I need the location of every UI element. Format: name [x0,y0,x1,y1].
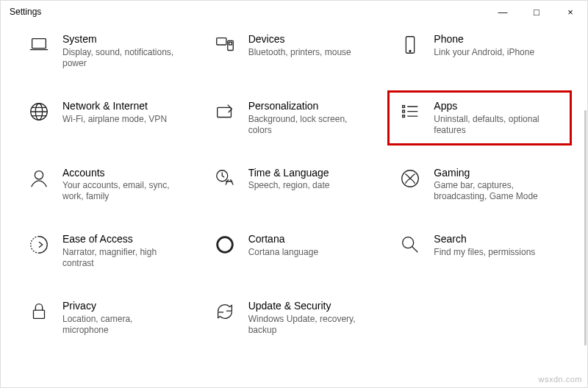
tile-cortana[interactable]: Cortana Cortana language [209,230,380,272]
tile-desc: Windows Update, recovery, backup [248,314,366,336]
minimize-button[interactable]: — [486,1,520,23]
paint-icon [213,100,237,123]
tile-desc: Narrator, magnifier, high contrast [62,247,180,269]
tile-desc: Find my files, permissions [434,247,535,258]
tile-title: Cortana [248,233,318,245]
svg-rect-11 [403,115,405,117]
tile-devices[interactable]: Devices Bluetooth, printers, mouse [209,30,380,72]
tile-title: Phone [434,33,534,46]
tile-accounts[interactable]: Accounts Your accounts, email, sync, wor… [23,164,194,206]
ease-of-access-icon [27,233,51,256]
tile-desc: Link your Android, iPhone [434,47,534,58]
tile-title: Network & Internet [62,100,167,112]
svg-rect-3 [229,42,232,45]
tile-title: Gaming [434,167,551,179]
tile-desc: Bluetooth, printers, mouse [248,47,351,58]
svg-rect-0 [32,39,46,48]
tile-title: Ease of Access [62,233,180,245]
tile-desc: Background, lock screen, colors [248,114,366,136]
search-icon [398,233,422,256]
svg-point-12 [35,170,43,179]
tile-title: Personalization [248,100,366,112]
settings-grid: System Display, sound, notifications, po… [1,23,587,353]
tile-title: Time & Language [248,167,330,179]
watermark: wsxdn.com [538,375,582,384]
tile-title: System [62,33,180,46]
svg-point-5 [409,51,411,52]
tile-title: Accounts [62,167,180,179]
svg-rect-8 [217,107,231,117]
apps-list-icon [398,100,422,123]
svg-rect-1 [216,38,226,45]
tile-title: Devices [248,33,351,46]
tile-desc: Uninstall, defaults, optional features [434,114,551,136]
update-icon [213,300,237,323]
close-button[interactable]: × [553,1,587,23]
tile-desc: Wi-Fi, airplane mode, VPN [62,114,167,125]
window-title: Settings [10,7,41,17]
svg-point-15 [217,237,232,253]
tile-title: Apps [434,100,551,112]
tile-desc: Location, camera, microphone [62,314,180,336]
xbox-icon [398,167,422,190]
tile-system[interactable]: System Display, sound, notifications, po… [23,30,194,72]
devices-icon [213,33,237,57]
time-language-icon [213,167,237,190]
lock-icon [27,300,51,323]
svg-rect-10 [403,110,405,112]
tile-phone[interactable]: Phone Link your Android, iPhone [394,30,565,72]
maximize-button[interactable]: □ [520,1,553,23]
tile-title: Update & Security [248,300,366,312]
tile-desc: Cortana language [248,247,318,258]
tile-time-language[interactable]: Time & Language Speech, region, date [209,164,380,206]
tile-desc: Speech, region, date [248,180,330,191]
tile-desc: Your accounts, email, sync, work, family [62,180,180,202]
tile-desc: Display, sound, notifications, power [62,47,180,69]
tile-network[interactable]: Network & Internet Wi-Fi, airplane mode,… [23,97,194,139]
tile-apps[interactable]: Apps Uninstall, defaults, optional featu… [394,97,565,139]
svg-rect-9 [403,105,405,107]
tile-gaming[interactable]: Gaming Game bar, captures, broadcasting,… [394,164,565,206]
scrollbar[interactable] [584,110,587,345]
tile-desc: Game bar, captures, broadcasting, Game M… [434,180,551,202]
person-icon [27,167,51,190]
globe-icon [27,100,51,123]
tile-personalization[interactable]: Personalization Background, lock screen,… [209,97,380,139]
tile-search[interactable]: Search Find my files, permissions [394,230,565,272]
tile-title: Privacy [62,300,180,312]
laptop-icon [27,33,51,57]
svg-rect-17 [34,310,45,318]
tile-privacy[interactable]: Privacy Location, camera, microphone [23,297,194,339]
svg-point-16 [403,237,414,248]
tile-update-security[interactable]: Update & Security Windows Update, recove… [209,297,380,339]
cortana-icon [213,233,237,256]
tile-title: Search [434,233,535,245]
titlebar: Settings — □ × [1,1,587,23]
tile-ease-of-access[interactable]: Ease of Access Narrator, magnifier, high… [23,230,194,272]
phone-icon [398,33,422,57]
